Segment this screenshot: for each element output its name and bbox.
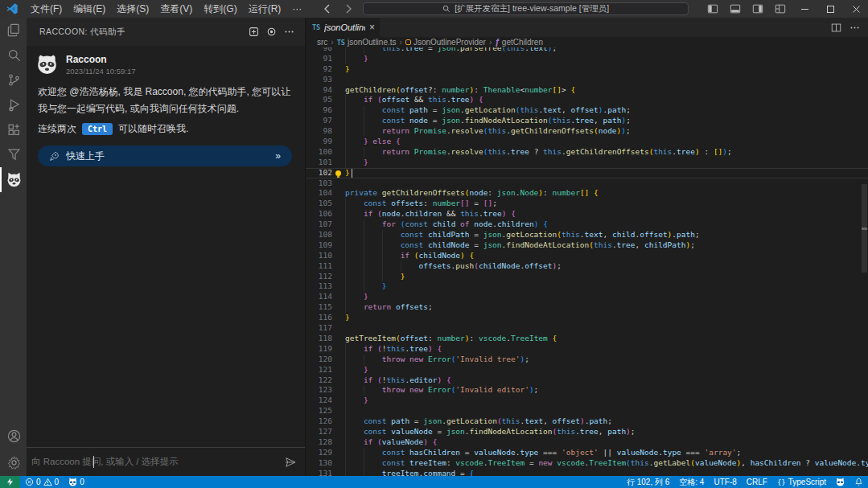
code-line-119[interactable]: 119 if (!this.tree) { bbox=[306, 344, 868, 355]
search-view-icon[interactable] bbox=[0, 43, 27, 68]
raccoon-view-icon[interactable] bbox=[0, 167, 27, 192]
breadcrumb-item[interactable]: src bbox=[317, 38, 327, 47]
close-tab-icon[interactable]: × bbox=[369, 23, 375, 32]
code-line-102[interactable]: 102} bbox=[306, 168, 868, 178]
code-line-99[interactable]: 99 } else { bbox=[306, 137, 868, 147]
new-chat-icon[interactable] bbox=[245, 24, 261, 40]
code-line-94[interactable]: 94getChildren(offset?: number): Thenable… bbox=[306, 85, 868, 96]
menu-file[interactable]: 文件(F) bbox=[25, 0, 68, 18]
code-line-108[interactable]: 108 const childPath = json.getLocation(t… bbox=[306, 230, 868, 240]
settings-gear-icon[interactable] bbox=[0, 449, 27, 476]
code-line-118[interactable]: 118getTreeItem(offset: number): vscode.T… bbox=[306, 334, 868, 344]
code-line-116[interactable]: 116} bbox=[306, 313, 868, 323]
problems-status[interactable]: 0 0 bbox=[20, 476, 64, 488]
chat-input[interactable]: 向 Raccoon 提问, 或输入 / 选择提示 bbox=[27, 447, 305, 476]
code-editor[interactable]: 90 this.tree = json.parseTree(this.text)… bbox=[306, 47, 868, 476]
eol-status[interactable]: CRLF bbox=[742, 476, 772, 488]
code-line-127[interactable]: 127 const valueNode = json.findNodeAtLoc… bbox=[306, 427, 868, 437]
code-line-109[interactable]: 109 const childNode = json.findNodeAtLoc… bbox=[306, 240, 868, 251]
code-line-100[interactable]: 100 return Promise.resolve(this.tree ? t… bbox=[306, 147, 868, 158]
code-line-128[interactable]: 128 if (valueNode) { bbox=[306, 437, 868, 448]
code-line-122[interactable]: 122 if (!this.editor) { bbox=[306, 375, 868, 386]
code-line-105[interactable]: 105 const offsets: number[] = []; bbox=[306, 199, 868, 209]
code-line-114[interactable]: 114 } bbox=[306, 292, 868, 302]
toggle-sidebar-icon[interactable] bbox=[702, 0, 723, 18]
minimize-button[interactable] bbox=[792, 0, 817, 18]
code-line-131[interactable]: 131 treeItem.command = { bbox=[306, 469, 868, 476]
encoding-status[interactable]: UTF-8 bbox=[709, 476, 741, 488]
toggle-secondary-sidebar-icon[interactable] bbox=[747, 0, 768, 18]
panel-settings-icon[interactable] bbox=[263, 24, 279, 40]
menu-selection[interactable]: 选择(S) bbox=[111, 0, 154, 18]
code-line-110[interactable]: 110 if (childNode) { bbox=[306, 251, 868, 261]
menu-edit[interactable]: 编辑(E) bbox=[68, 0, 111, 18]
cursor-position[interactable]: 行 102, 列 6 bbox=[622, 476, 674, 488]
code-line-121[interactable]: 121 } bbox=[306, 365, 868, 375]
code-line-101[interactable]: 101 } bbox=[306, 158, 868, 168]
breadcrumb-item[interactable]: JsonOutlineProvider bbox=[405, 38, 486, 47]
code-line-129[interactable]: 129 const hasChildren = valueNode.type =… bbox=[306, 448, 868, 458]
source-control-icon[interactable] bbox=[0, 68, 27, 92]
code-line-97[interactable]: 97 const node = json.findNodeAtLocation(… bbox=[306, 116, 868, 126]
code-line-106[interactable]: 106 if (node.children && this.tree) { bbox=[306, 209, 868, 219]
split-editor-icon[interactable] bbox=[831, 23, 841, 33]
filter-icon[interactable] bbox=[0, 142, 27, 167]
maximize-button[interactable] bbox=[818, 0, 842, 18]
line-number: 130 bbox=[306, 458, 332, 469]
code-line-115[interactable]: 115 return offsets; bbox=[306, 302, 868, 313]
code-line-90[interactable]: 90 this.tree = json.parseTree(this.text)… bbox=[306, 47, 868, 54]
raccoon-statusbar-icon[interactable] bbox=[831, 476, 849, 488]
code-line-124[interactable]: 124 } bbox=[306, 396, 868, 406]
more-actions-icon[interactable] bbox=[281, 24, 297, 40]
code-line-130[interactable]: 130 const treeItem: vscode.TreeItem = ne… bbox=[306, 458, 868, 469]
language-mode[interactable]: {} TypeScript bbox=[772, 476, 831, 488]
lightbulb-icon[interactable] bbox=[335, 170, 341, 176]
menu-more[interactable]: ··· bbox=[286, 0, 307, 18]
command-center-search[interactable]: [扩展开发宿主] tree-view-sample [管理员] bbox=[363, 2, 689, 15]
quick-start-banner[interactable]: 快速上手 » bbox=[38, 146, 292, 166]
code-line-98[interactable]: 98 return Promise.resolve(this.getChildr… bbox=[306, 126, 868, 137]
code-line-92[interactable]: 92} bbox=[306, 64, 868, 75]
code-line-126[interactable]: 126 const path = json.getLocation(this.t… bbox=[306, 416, 868, 427]
code-line-120[interactable]: 120 throw new Error('Invalid tree'); bbox=[306, 355, 868, 365]
account-icon[interactable] bbox=[0, 424, 27, 449]
code-line-93[interactable]: 93 bbox=[306, 75, 868, 85]
code-line-112[interactable]: 112 } bbox=[306, 272, 868, 282]
line-number: 131 bbox=[306, 469, 332, 476]
code-line-103[interactable]: 103 bbox=[306, 178, 868, 189]
code-line-113[interactable]: 113 } bbox=[306, 281, 868, 292]
code-line-111[interactable]: 111 offsets.push(childNode.offset); bbox=[306, 261, 868, 272]
code-line-123[interactable]: 123 throw new Error('Invalid editor'); bbox=[306, 385, 868, 396]
code-line-95[interactable]: 95 if (offset && this.tree) { bbox=[306, 95, 868, 105]
code-line-117[interactable]: 117 bbox=[306, 323, 868, 334]
tab-jsonoutline[interactable]: TS jsonOutline.ts × bbox=[306, 18, 380, 37]
code-line-96[interactable]: 96 const path = json.getLocation(this.te… bbox=[306, 105, 868, 116]
toggle-panel-icon[interactable] bbox=[725, 0, 746, 18]
customize-layout-icon[interactable] bbox=[770, 0, 791, 18]
code-line-91[interactable]: 91 } bbox=[306, 54, 868, 64]
back-icon[interactable] bbox=[321, 2, 334, 15]
forward-icon[interactable] bbox=[342, 2, 355, 15]
code-line-125[interactable]: 125 bbox=[306, 406, 868, 416]
menu-go[interactable]: 转到(G) bbox=[198, 0, 242, 18]
close-window-button[interactable] bbox=[844, 0, 868, 18]
editor-more-actions-icon[interactable] bbox=[849, 23, 860, 33]
extensions-icon[interactable] bbox=[0, 117, 27, 142]
summon-suffix: 可以随时召唤我. bbox=[118, 122, 188, 136]
indentation-status[interactable]: 空格: 4 bbox=[674, 476, 709, 488]
menu-run[interactable]: 运行(R) bbox=[243, 0, 287, 18]
tab-bar: TS jsonOutline.ts × bbox=[306, 18, 868, 37]
code-line-107[interactable]: 107 for (const child of node.children) { bbox=[306, 219, 868, 230]
window-title: [扩展开发宿主] tree-view-sample [管理员] bbox=[455, 3, 609, 14]
run-debug-icon[interactable] bbox=[0, 92, 27, 117]
send-icon[interactable] bbox=[284, 456, 297, 469]
menu-view[interactable]: 查看(V) bbox=[154, 0, 198, 18]
explorer-icon[interactable] bbox=[0, 18, 27, 43]
breadcrumb-item[interactable]: ƒgetChildren bbox=[495, 38, 543, 47]
notifications-bell-icon[interactable] bbox=[849, 476, 868, 488]
breadcrumb-item[interactable]: TSjsonOutline.ts bbox=[337, 38, 397, 47]
line-number: 114 bbox=[306, 292, 332, 302]
remote-indicator[interactable] bbox=[0, 476, 20, 488]
code-line-104[interactable]: 104private getChildrenOffsets(node: json… bbox=[306, 188, 868, 199]
raccoon-status[interactable]: 0 bbox=[64, 476, 89, 488]
